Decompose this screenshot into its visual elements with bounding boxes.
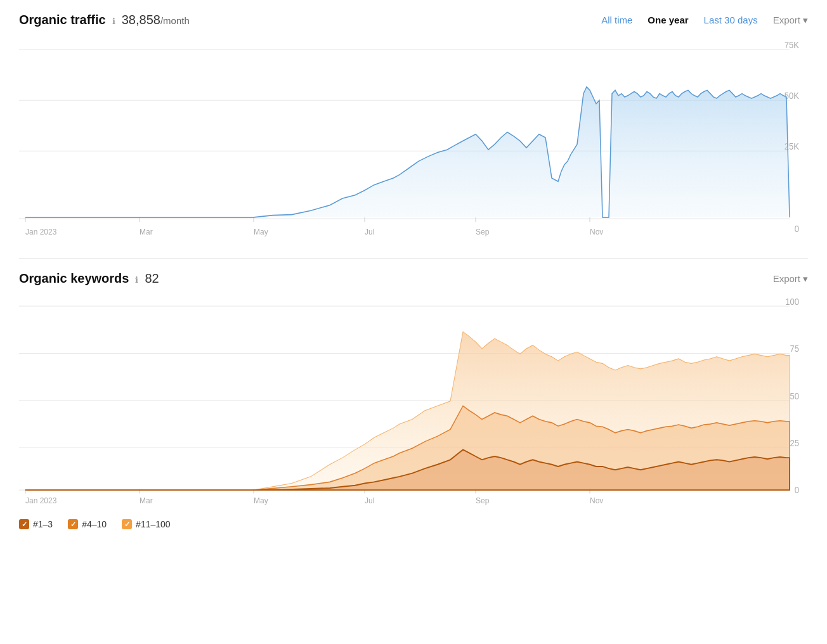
keywords-title-group: Organic keywords ℹ 82 [19,271,159,286]
section-divider [19,258,808,259]
svg-text:Jul: Jul [365,227,374,236]
legend-item-4-10: ✓ #4–10 [68,519,107,529]
legend-item-1-3: ✓ #1–3 [19,519,53,529]
svg-text:Nov: Nov [590,496,604,505]
svg-marker-20 [25,87,790,217]
keywords-legend: ✓ #1–3 ✓ #4–10 ✓ #11–100 [19,519,808,529]
keywords-chart-svg: 100 75 50 25 0 Jan 2023 Mar May Jul Sep … [19,295,808,510]
traffic-header: Organic traffic ℹ 38,858/month All time … [19,13,808,27]
keywords-chart: 100 75 50 25 0 Jan 2023 Mar May Jul Sep … [19,295,808,510]
svg-text:Sep: Sep [476,227,489,236]
organic-keywords-section: Organic keywords ℹ 82 Export ▾ [19,271,808,529]
svg-text:75: 75 [790,344,799,354]
svg-text:Mar: Mar [140,496,153,505]
svg-text:Nov: Nov [590,227,604,236]
traffic-info-icon[interactable]: ℹ [112,16,115,26]
svg-text:Sep: Sep [476,496,489,505]
svg-text:0: 0 [795,486,799,495]
traffic-title: Organic traffic [19,13,106,27]
traffic-chart-svg: 75K 50K 25K 0 Jan 2023 Mar May Jul Sep N… [19,36,808,239]
svg-text:Jan 2023: Jan 2023 [25,496,56,505]
svg-text:25: 25 [790,439,799,448]
traffic-value: 38,858/month [122,13,190,27]
traffic-chart: 75K 50K 25K 0 Jan 2023 Mar May Jul Sep N… [19,36,808,239]
keywords-export-button[interactable]: Export ▾ [773,273,808,285]
svg-text:100: 100 [785,297,799,307]
legend-label-1-3: #1–3 [33,519,53,529]
keywords-header: Organic keywords ℹ 82 Export ▾ [19,271,808,286]
keywords-export-chevron-icon: ▾ [803,273,808,285]
time-controls: All time One year Last 30 days Export ▾ [601,15,808,26]
svg-text:50: 50 [790,391,799,401]
legend-label-4-10: #4–10 [82,519,107,529]
time-btn-last-30[interactable]: Last 30 days [704,15,758,25]
svg-text:Jul: Jul [365,496,374,505]
time-btn-all-time[interactable]: All time [601,15,632,25]
legend-checkbox-1-3[interactable]: ✓ [19,519,29,529]
svg-text:May: May [254,227,268,236]
keywords-info-icon[interactable]: ℹ [135,275,138,285]
export-chevron-icon: ▾ [803,15,808,26]
svg-text:Jan 2023: Jan 2023 [25,227,56,236]
keywords-value: 82 [145,271,159,286]
svg-text:0: 0 [795,224,799,234]
organic-traffic-section: Organic traffic ℹ 38,858/month All time … [19,13,808,239]
svg-text:May: May [254,496,268,505]
legend-checkbox-4-10[interactable]: ✓ [68,519,78,529]
legend-item-11-100: ✓ #11–100 [122,519,171,529]
svg-text:75K: 75K [785,41,799,50]
traffic-title-group: Organic traffic ℹ 38,858/month [19,13,190,27]
traffic-export-button[interactable]: Export ▾ [773,15,808,26]
time-btn-one-year[interactable]: One year [648,15,688,25]
keywords-title: Organic keywords [19,271,129,286]
svg-text:Mar: Mar [140,227,153,236]
legend-checkbox-11-100[interactable]: ✓ [122,519,132,529]
legend-label-11-100: #11–100 [136,519,171,529]
